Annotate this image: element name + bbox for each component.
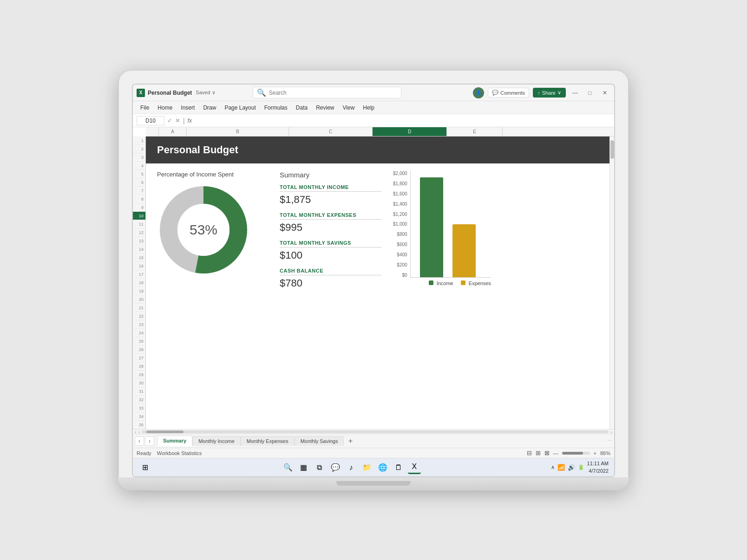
taskbar-excel-icon[interactable]: X — [408, 461, 421, 474]
donut-label: Percentage of Income Spent — [157, 171, 269, 178]
taskbar-clock[interactable]: 11:11 AM 4/7/2022 — [587, 460, 609, 475]
share-button[interactable]: ↑ Share ∨ — [533, 88, 566, 98]
close-button[interactable]: ✕ — [599, 87, 610, 98]
search-box[interactable]: 🔍 — [253, 87, 401, 98]
view-page-icon[interactable]: ⊞ — [536, 449, 541, 456]
menu-home[interactable]: Home — [154, 103, 176, 112]
column-header-bar: A B C D E — [146, 127, 614, 137]
bars-container: Income Expenses — [410, 171, 491, 286]
file-name: Personal Budget — [148, 90, 192, 96]
col-header-d[interactable]: D — [373, 127, 447, 136]
taskbar-music-icon[interactable]: ♪ — [345, 461, 358, 474]
row-1: 1 — [133, 137, 145, 145]
row-32: 32 — [133, 396, 145, 404]
summary-item-income: TOTAL MONTHLY INCOME $1,875 — [280, 184, 382, 206]
taskbar-browser-icon[interactable]: 🌐 — [376, 461, 389, 474]
row-9: 9 — [133, 203, 145, 212]
sheet-tab-summary[interactable]: Summary — [157, 436, 192, 446]
row-14: 14 — [133, 245, 145, 254]
cell-reference[interactable] — [137, 116, 164, 125]
excel-logo: X — [137, 89, 145, 97]
taskbar-store-icon[interactable]: 🗒 — [392, 461, 405, 474]
row-4: 4 — [133, 162, 145, 170]
scroll-left-icon[interactable]: ‹ — [135, 429, 137, 435]
comments-label: Comments — [500, 90, 525, 96]
windows-start-icon[interactable]: ⊞ — [138, 461, 151, 474]
maximize-button[interactable]: □ — [584, 87, 596, 98]
bar-chart-wrapper: $2,000 $1,800 $1,600 $1,400 $1,200 $1,00… — [393, 171, 598, 286]
col-header-c[interactable]: C — [289, 127, 373, 136]
donut-percentage: 53% — [190, 222, 217, 238]
sheet-nav-prev[interactable]: ‹ — [135, 436, 144, 446]
workbook-stats[interactable]: Workbook Statistics — [157, 450, 202, 456]
taskbar-chevron-icon[interactable]: ∧ — [551, 464, 555, 470]
menu-insert[interactable]: Insert — [177, 103, 198, 112]
laptop-base — [118, 477, 629, 490]
right-scrollbar[interactable] — [609, 137, 614, 429]
zoom-level: 86% — [600, 450, 610, 456]
menu-help[interactable]: Help — [359, 103, 378, 112]
taskbar-multitask-icon[interactable]: ⧉ — [313, 461, 326, 474]
sheet-tabs: ‹ › Summary Monthly Income Monthly Expen… — [133, 434, 614, 448]
col-header-a[interactable]: A — [159, 127, 187, 136]
zoom-slider[interactable] — [562, 452, 590, 455]
income-bar — [420, 177, 443, 277]
sheet-nav-next[interactable]: › — [145, 436, 154, 446]
taskbar-time-display: 11:11 AM — [587, 460, 609, 467]
expenses-bar — [452, 224, 476, 277]
income-legend-dot — [429, 280, 433, 285]
income-label: TOTAL MONTHLY INCOME — [280, 184, 382, 192]
taskbar-chat-icon[interactable]: 💬 — [329, 461, 342, 474]
formula-input[interactable] — [195, 117, 610, 124]
taskbar-wifi-icon[interactable]: 📶 — [557, 464, 565, 471]
horizontal-scroll-thumb[interactable] — [146, 430, 183, 433]
expenses-bar-col — [452, 224, 476, 277]
add-sheet-button[interactable]: + — [346, 436, 355, 446]
sheet-tab-monthly-income[interactable]: Monthly Income — [192, 436, 241, 446]
col-header-b[interactable]: B — [187, 127, 289, 136]
savings-value: $100 — [280, 249, 382, 261]
row-19: 19 — [133, 287, 145, 295]
empty-rows-padding — [146, 303, 609, 359]
search-input[interactable] — [269, 90, 397, 96]
menu-draw[interactable]: Draw — [199, 103, 220, 112]
scroll-right-icon[interactable]: › — [138, 429, 140, 435]
formula-separator: | — [183, 117, 185, 124]
row-26: 26 — [133, 345, 145, 354]
row-11: 11 — [133, 220, 145, 228]
menu-page-layout[interactable]: Page Layout — [221, 103, 259, 112]
horizontal-scroll-area: ‹ › › — [133, 429, 614, 434]
minimize-button[interactable]: — — [570, 87, 581, 98]
sheet-tab-monthly-expenses[interactable]: Monthly Expenses — [241, 436, 295, 446]
scroll-end-icon[interactable]: › — [610, 429, 612, 435]
menu-file[interactable]: File — [137, 103, 153, 112]
taskbar-files-icon[interactable]: 📁 — [360, 461, 374, 474]
col-header-e[interactable]: E — [447, 127, 503, 136]
view-normal-icon[interactable]: ⊟ — [527, 449, 532, 456]
menu-data[interactable]: Data — [292, 103, 311, 112]
formula-check-icon: ✓ — [167, 117, 172, 124]
taskbar-battery-icon[interactable]: 🔋 — [578, 464, 584, 470]
budget-body: Percentage of Income Spent — [146, 163, 609, 303]
row-17: 17 — [133, 270, 145, 279]
taskbar-volume-icon[interactable]: 🔊 — [568, 464, 575, 471]
zoom-in-icon[interactable]: + — [594, 450, 596, 456]
menu-formulas[interactable]: Formulas — [261, 103, 291, 112]
menu-view[interactable]: View — [339, 103, 359, 112]
menu-review[interactable]: Review — [312, 103, 338, 112]
view-page-break-icon[interactable]: ⊠ — [544, 449, 550, 456]
zoom-out-icon[interactable]: — — [553, 450, 558, 456]
horizontal-scroll-track[interactable] — [142, 430, 609, 433]
corner-cell — [146, 127, 159, 136]
taskbar-widgets-icon[interactable]: ▦ — [297, 461, 310, 474]
sheet-options-icon[interactable]: ⋯ — [607, 438, 612, 444]
chart-legend: Income Expenses — [429, 280, 491, 286]
donut-chart: 53% — [157, 183, 250, 276]
y-label-600: $600 — [397, 242, 407, 247]
sheet-tab-monthly-savings[interactable]: Monthly Savings — [295, 436, 344, 446]
laptop-notch — [336, 481, 411, 486]
comments-button[interactable]: 💬 Comments — [488, 88, 529, 98]
income-legend-item: Income — [429, 280, 453, 286]
taskbar-search-icon[interactable]: 🔍 — [282, 461, 295, 474]
vertical-scroll-thumb[interactable] — [610, 140, 614, 159]
